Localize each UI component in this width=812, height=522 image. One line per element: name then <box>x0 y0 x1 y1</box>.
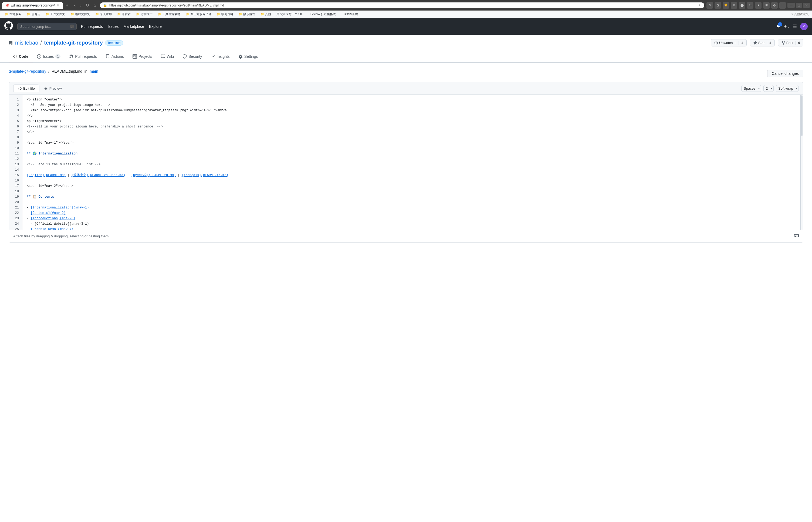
wrap-select[interactable]: Soft wrap No wrap <box>776 85 799 92</box>
branch-name[interactable]: main <box>90 69 99 74</box>
code-line[interactable]: <span id="nav-1"></span> <box>22 140 800 145</box>
bookmark-boss[interactable]: BOSS直聘 <box>342 12 359 17</box>
code-line[interactable] <box>22 178 800 183</box>
code-line[interactable]: - [Official_Website](#nav-3-1) <box>22 221 800 226</box>
github-header-right: 1 + ▾ ☰ M <box>776 23 808 30</box>
tab-security[interactable]: Security <box>178 51 207 62</box>
tab-actions[interactable]: Actions <box>101 51 128 62</box>
maximize-button[interactable]: □ <box>796 3 802 8</box>
bookmark-entertainment[interactable]: 📁 娱乐游戏 <box>237 12 257 17</box>
code-line[interactable] <box>22 167 800 173</box>
bookmark-other[interactable]: 📁 其他 <box>259 12 273 17</box>
bookmark-stylus[interactable]: 用 stylus 写一个 S0... <box>275 12 306 17</box>
menu-icon[interactable]: ☰ <box>793 23 797 29</box>
bookmark-local[interactable]: 📁 本地服务 <box>3 12 23 17</box>
code-line[interactable]: <!--Fill in your project slogan here, pr… <box>22 124 800 129</box>
tab-projects[interactable]: Projects <box>128 51 157 62</box>
vertical-scrollbar[interactable] <box>800 95 803 230</box>
code-content[interactable]: <p align="center"> <!-- Set your project… <box>22 95 800 230</box>
tab-code[interactable]: Code <box>9 51 33 62</box>
extension-icon-5[interactable]: ↻ <box>747 2 753 8</box>
bookmarks-more[interactable]: » 其他收藏夹 <box>791 12 809 16</box>
bookmark-flexbox[interactable]: Flexbox 打造楼格式... <box>308 12 340 17</box>
fork-button[interactable]: Fork 4 <box>778 39 804 46</box>
bookmark-marketing[interactable]: 📁 运营推广 <box>134 12 154 17</box>
bookmark-personal[interactable]: 📁 个人常用 <box>94 12 113 17</box>
address-bar[interactable]: 🔒 https://github.com/misitebao/template-… <box>100 2 704 8</box>
tab-insights[interactable]: Insights <box>207 51 234 62</box>
extension-icon-6[interactable]: ★ <box>755 2 762 8</box>
code-editor[interactable]: 1234567891011121314151617181920212223242… <box>9 95 803 230</box>
spaces-size-select[interactable]: 2 4 8 <box>764 85 774 92</box>
spaces-type-select[interactable]: Spaces Tabs <box>741 85 761 92</box>
code-line[interactable] <box>22 200 800 205</box>
extension-icon-2[interactable]: G <box>714 2 721 8</box>
back-button[interactable]: ‹ <box>72 2 77 9</box>
code-line[interactable]: - [Introductions](#nav-3) <box>22 216 800 221</box>
extension-icon-8[interactable]: ◐ <box>771 2 778 8</box>
user-avatar[interactable]: M <box>800 23 808 30</box>
menu-button[interactable]: ⋯ <box>779 2 786 8</box>
new-tab-button[interactable]: + <box>64 2 70 8</box>
watch-button[interactable]: Unwatch 1 <box>711 39 747 46</box>
code-line[interactable]: ## 📋 Contents <box>22 194 800 200</box>
preview-tab[interactable]: Preview <box>39 84 66 92</box>
nav-pull-requests[interactable]: Pull requests <box>81 24 103 28</box>
notifications-icon[interactable]: 1 <box>776 24 781 29</box>
nav-explore[interactable]: Explore <box>149 24 162 28</box>
bookmark-cloud[interactable]: 📁 创普云 <box>25 12 42 17</box>
code-line[interactable]: - [Graphic_Demo](#nav-4) <box>22 226 800 230</box>
bookmark-temp[interactable]: 📁 临时文件夹 <box>69 12 91 17</box>
code-line[interactable] <box>22 156 800 162</box>
code-line[interactable]: <!-- Set your project logo image here --… <box>22 102 800 108</box>
code-line[interactable]: ## 🌍 Internationalization <box>22 151 800 156</box>
bookmark-tools[interactable]: 📁 工具资源素材 <box>156 12 182 17</box>
code-line[interactable] <box>22 189 800 194</box>
code-line[interactable]: </p> <box>22 113 800 119</box>
repo-name[interactable]: template-git-repository <box>44 40 103 46</box>
bookmark-learning[interactable]: 📁 学习资料 <box>215 12 235 17</box>
tab-pull-requests[interactable]: Pull requests <box>65 51 101 62</box>
tab-issues[interactable]: Issues 1 <box>33 51 65 62</box>
cancel-changes-button[interactable]: Cancel changes <box>767 70 804 77</box>
star-button[interactable]: Star 1 <box>750 39 775 46</box>
extension-icon-3[interactable]: 🦁 <box>723 2 729 8</box>
refresh-button[interactable]: ↻ <box>84 2 91 9</box>
code-line[interactable] <box>22 145 800 151</box>
code-line[interactable]: <img src="https://cdn.jsdelivr.net/gh/mi… <box>22 108 800 113</box>
edit-file-tab[interactable]: Edit file <box>13 84 39 92</box>
breadcrumb-repo-link[interactable]: template-git-repository <box>9 69 46 74</box>
code-line[interactable]: <!-- Here is the multilingual list --> <box>22 162 800 167</box>
code-line[interactable]: <p align="center"> <box>22 119 800 124</box>
forward-button[interactable]: › <box>78 2 83 9</box>
nav-marketplace[interactable]: Marketplace <box>123 24 144 28</box>
github-search[interactable]: Search or jump to... / <box>17 23 77 30</box>
repo-owner[interactable]: misitebao <box>15 40 38 46</box>
code-line[interactable]: [English](README.md) | [简体中文](README.zh-… <box>22 173 800 178</box>
home-button[interactable]: ⌂ <box>92 2 98 9</box>
extension-icon-4[interactable]: ▽ <box>731 2 737 8</box>
tab-settings[interactable]: Settings <box>234 51 263 62</box>
code-line[interactable]: </p> <box>22 129 800 135</box>
plus-icon[interactable]: + ▾ <box>784 24 789 29</box>
extension-icon-1[interactable]: ⊕ <box>706 2 713 8</box>
github-icon[interactable]: ⬤ <box>739 2 745 8</box>
tab-wiki[interactable]: Wiki <box>157 51 178 62</box>
github-logo[interactable] <box>4 21 13 32</box>
close-button[interactable]: ✕ <box>803 3 810 8</box>
code-line[interactable] <box>22 135 800 140</box>
code-line[interactable]: <span id="nav-2"></span> <box>22 183 800 189</box>
tab-close-icon[interactable]: ✕ <box>57 3 60 7</box>
code-line[interactable]: - [Internationalization](#nav-1) <box>22 205 800 210</box>
bookmark-work[interactable]: 📁 工作文件夹 <box>44 12 67 17</box>
minimize-button[interactable]: — <box>787 3 795 8</box>
extension-icon-7[interactable]: ⊞ <box>763 2 770 8</box>
bookmark-dev[interactable]: 📁 开发者 <box>116 12 132 17</box>
bookmark-3rdparty[interactable]: 📁 第三方服务平台 <box>184 12 213 17</box>
nav-issues[interactable]: Issues <box>108 24 119 28</box>
line-number: 22 <box>9 210 22 216</box>
watch-label: Unwatch <box>719 41 733 45</box>
active-tab[interactable]: 🐙 Editing template-git-repository/ ✕ <box>2 2 63 8</box>
code-line[interactable]: <p align="center"> <box>22 97 800 102</box>
code-line[interactable]: - [Contents](#nav-2) <box>22 210 800 216</box>
